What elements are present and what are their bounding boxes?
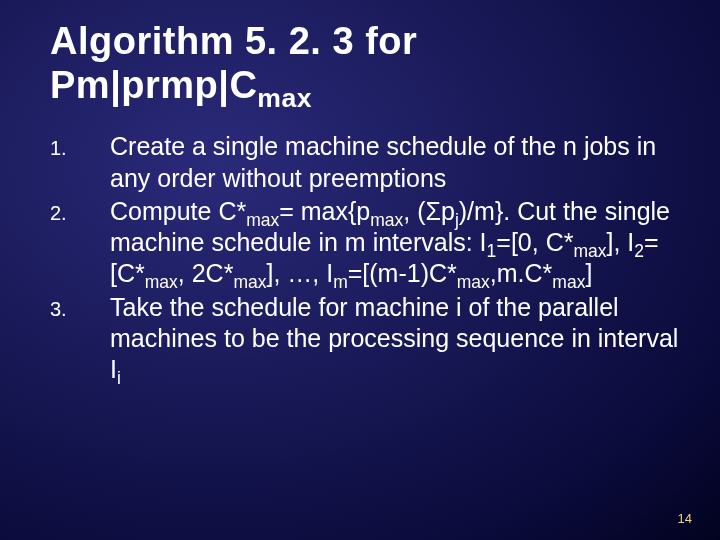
- list-item: 2. Compute C*max= max{pmax, (Σpj)/m}. Cu…: [50, 196, 680, 290]
- list-item: 1. Create a single machine schedule of t…: [50, 131, 680, 194]
- title-line2-sub: max: [257, 82, 312, 112]
- item-number: 3.: [50, 292, 110, 321]
- title-line2-main: Pm|prmp|C: [50, 64, 257, 106]
- item-body: Create a single machine schedule of the …: [110, 131, 680, 194]
- item-body: Compute C*max= max{pmax, (Σpj)/m}. Cut t…: [110, 196, 680, 290]
- ordered-list: 1. Create a single machine schedule of t…: [50, 131, 680, 385]
- title-line1: Algorithm 5. 2. 3 for: [50, 20, 417, 62]
- item-text: Create a single machine schedule of the …: [110, 132, 656, 191]
- item-number: 2.: [50, 196, 110, 225]
- slide: Algorithm 5. 2. 3 for Pm|prmp|Cmax 1. Cr…: [0, 0, 720, 540]
- item-number: 1.: [50, 131, 110, 160]
- slide-title: Algorithm 5. 2. 3 for Pm|prmp|Cmax: [50, 20, 680, 107]
- page-number: 14: [678, 511, 692, 526]
- item-body: Take the schedule for machine i of the p…: [110, 292, 680, 386]
- list-item: 3. Take the schedule for machine i of th…: [50, 292, 680, 386]
